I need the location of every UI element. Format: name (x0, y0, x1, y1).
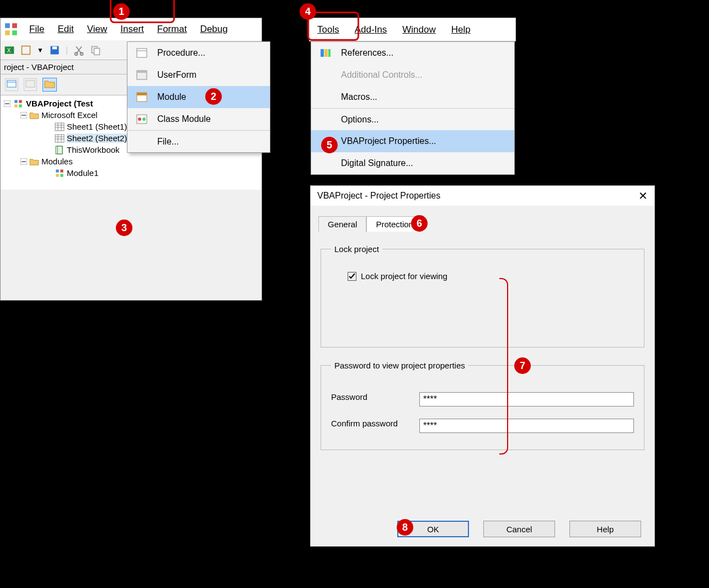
tree-modules[interactable]: Modules (1, 156, 262, 167)
menu-edit[interactable]: Edit (51, 22, 80, 37)
minus-icon[interactable] (20, 112, 27, 119)
insert-classmodule[interactable]: Class Module (127, 108, 270, 130)
insert-userform[interactable]: UserForm (127, 64, 270, 86)
password-field[interactable] (419, 392, 634, 407)
callout-1: 1 (113, 3, 130, 20)
callout-8: 8 (397, 519, 413, 536)
module-icon (136, 92, 147, 102)
lock-checkbox[interactable] (348, 272, 356, 281)
tab-general[interactable]: General (318, 216, 366, 232)
tree-excel-label: Microsoft Excel (41, 110, 98, 120)
svg-rect-35 (57, 146, 62, 154)
tools-digitalsignature[interactable]: Digital Signature... (311, 152, 514, 174)
svg-rect-45 (137, 71, 147, 73)
classmodule-icon (136, 114, 147, 124)
dialog-titlebar: VBAProject - Project Properties ✕ (311, 186, 654, 206)
tree-module1-label: Module1 (67, 168, 99, 178)
dialog-title: VBAProject - Project Properties (317, 191, 440, 201)
menu-window[interactable]: Window (395, 22, 443, 38)
insert-dropdown: Procedure... UserForm Module Class Modul… (127, 41, 270, 153)
menu-file[interactable]: File (23, 22, 51, 37)
tools-options[interactable]: Options... (311, 108, 514, 130)
tree-sheet1-label: Sheet1 (Sheet1) (67, 122, 127, 131)
callout-6: 6 (411, 215, 428, 232)
tools-macros-label: Macros... (341, 92, 377, 102)
pw-legend: Password to view project properties (331, 361, 468, 370)
view-object-icon[interactable] (24, 78, 37, 91)
menu-insert[interactable]: Insert (114, 22, 151, 37)
svg-rect-40 (56, 174, 58, 177)
svg-rect-12 (94, 48, 99, 55)
svg-rect-18 (14, 100, 17, 103)
vba-logo-icon (4, 22, 18, 36)
svg-rect-6 (22, 46, 30, 54)
dropdown-arrow-icon[interactable]: ▼ (37, 46, 44, 54)
tree-modules-label: Modules (41, 157, 73, 166)
tools-additional: Additional Controls... (311, 64, 514, 86)
menu-addins[interactable]: Add-Ins (347, 22, 395, 38)
tools-macros[interactable]: Macros... (311, 86, 514, 108)
insertform-icon[interactable] (20, 45, 31, 56)
close-icon[interactable]: ✕ (638, 189, 648, 202)
svg-rect-42 (137, 49, 147, 57)
insert-file-label: File... (157, 137, 179, 147)
svg-rect-38 (56, 169, 58, 172)
excel-icon[interactable]: X (4, 45, 15, 56)
svg-rect-53 (328, 49, 330, 57)
svg-rect-24 (55, 123, 64, 131)
copy-icon[interactable] (90, 45, 101, 56)
userform-icon (136, 70, 147, 80)
cancel-button[interactable]: Cancel (483, 521, 555, 537)
svg-rect-52 (324, 49, 328, 57)
menu-help[interactable]: Help (444, 22, 478, 38)
callout-2: 2 (205, 88, 222, 105)
svg-rect-20 (14, 104, 17, 107)
procedure-icon (136, 48, 147, 58)
insert-module[interactable]: Module (127, 86, 270, 108)
tools-properties[interactable]: VBAProject Properties... (311, 130, 514, 152)
view-code-icon[interactable] (5, 78, 18, 91)
menu-format[interactable]: Format (151, 22, 194, 37)
tools-references-label: References... (341, 48, 393, 58)
menu-tools[interactable]: Tools (310, 22, 347, 38)
tools-dropdown: References... Additional Controls... Mac… (311, 41, 515, 175)
workbook-icon (55, 146, 65, 154)
module-icon (55, 169, 65, 178)
svg-rect-13 (7, 81, 16, 87)
insert-procedure[interactable]: Procedure... (127, 42, 270, 64)
help-button[interactable]: Help (569, 521, 641, 537)
confirm-password-field[interactable] (419, 419, 634, 433)
tools-references[interactable]: References... (311, 42, 514, 64)
menu-view[interactable]: View (81, 22, 114, 37)
password-group: Password to view project properties Pass… (321, 361, 644, 450)
menu-debug[interactable]: Debug (194, 22, 234, 37)
svg-rect-29 (55, 135, 64, 142)
insert-userform-label: UserForm (157, 70, 196, 80)
callout-7: 7 (514, 357, 531, 374)
save-icon[interactable] (49, 45, 60, 56)
tree-module1[interactable]: Module1 (1, 167, 262, 179)
svg-rect-39 (60, 169, 63, 172)
tree-root-label: VBAProject (Test (26, 99, 93, 108)
svg-rect-19 (19, 100, 22, 103)
confirm-password-label: Confirm password (331, 419, 419, 433)
svg-rect-8 (52, 46, 57, 49)
minus-icon[interactable] (4, 100, 10, 107)
svg-text:X: X (7, 47, 11, 54)
minus-icon[interactable] (20, 158, 27, 165)
folder-icon (29, 158, 39, 165)
insert-module-label: Module (157, 92, 186, 102)
cut-icon[interactable] (73, 45, 84, 56)
insert-classmodule-label: Class Module (157, 114, 211, 124)
svg-rect-2 (5, 30, 10, 35)
project-properties-dialog: VBAProject - Project Properties ✕ Genera… (310, 185, 655, 547)
insert-file[interactable]: File... (127, 130, 270, 152)
tree-sheet2-label: Sheet2 (Sheet2) (67, 133, 127, 143)
svg-rect-51 (321, 49, 324, 57)
folder-toggle-icon[interactable] (42, 78, 57, 92)
menubar: File Edit View Insert Format Debug (1, 18, 262, 40)
svg-rect-3 (12, 30, 17, 35)
tools-properties-label: VBAProject Properties... (341, 136, 436, 146)
svg-rect-41 (60, 174, 63, 177)
svg-rect-1 (12, 23, 17, 28)
